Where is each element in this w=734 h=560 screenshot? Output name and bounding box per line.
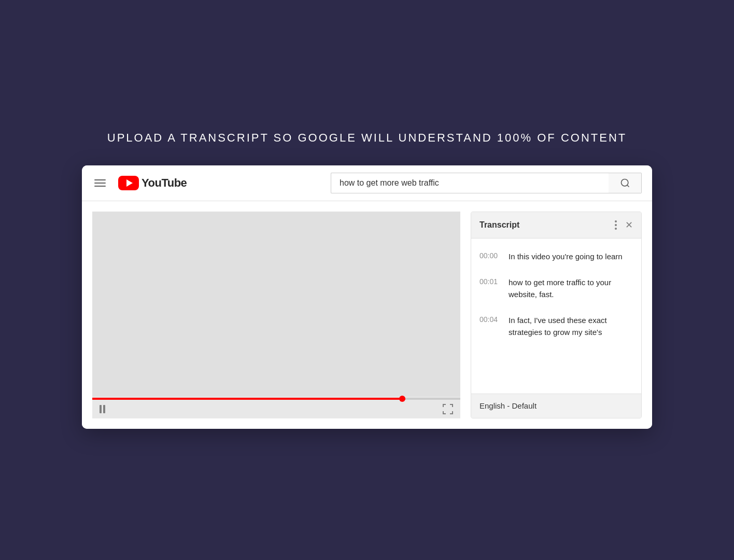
transcript-header-actions: ✕ [613,219,633,231]
transcript-time-2: 00:01 [479,277,500,286]
pause-bar-right [103,405,105,413]
transcript-panel: Transcript ✕ 00:00 In this video you're … [471,212,642,418]
dot-2 [615,224,617,226]
three-dots-menu[interactable] [613,219,619,231]
transcript-text-2: how to get more traffic to your website,… [509,277,633,300]
svg-point-0 [621,179,628,186]
page-headline: UPLOAD A TRANSCRIPT SO GOOGLE WILL UNDER… [107,131,627,145]
hamburger-menu[interactable] [92,177,108,189]
video-player-container [92,212,460,418]
search-button[interactable] [609,173,642,193]
search-container [331,173,642,193]
fs-corner-tl [443,404,446,407]
youtube-logo-icon [118,176,139,190]
video-progress-bar[interactable] [92,398,460,400]
pause-bar-left [100,405,102,413]
transcript-time-1: 00:00 [479,251,500,260]
fs-corner-tr [450,404,453,407]
dot-1 [615,220,617,222]
transcript-entry-2: 00:01 how to get more traffic to your we… [471,270,641,307]
close-button[interactable]: ✕ [625,220,633,230]
dot-3 [615,228,617,230]
video-progress-fill [92,398,405,400]
video-controls [92,400,460,418]
transcript-header: Transcript ✕ [471,212,641,239]
youtube-logo-text: YouTube [142,176,187,190]
video-progress-dot [399,396,405,402]
transcript-language-text: English - Default [479,401,537,410]
transcript-entry-1: 00:00 In this video you're going to lear… [471,244,641,270]
transcript-time-3: 00:04 [479,315,500,324]
transcript-language[interactable]: English - Default [471,394,641,418]
youtube-header: YouTube [82,165,652,201]
browser-window: YouTube [82,165,652,429]
outer-container: UPLOAD A TRANSCRIPT SO GOOGLE WILL UNDER… [40,131,694,429]
transcript-text-1: In this video you're going to learn [509,251,623,263]
svg-line-1 [627,185,629,187]
transcript-entry-3: 00:04 In fact, I've used these exact str… [471,307,641,345]
transcript-text-3: In fact, I've used these exact strategie… [509,315,633,338]
youtube-logo: YouTube [118,176,187,190]
search-input[interactable] [331,173,609,193]
fs-corner-bl [443,411,446,414]
fullscreen-button[interactable] [443,404,453,414]
fs-corner-br [450,411,453,414]
video-screen [92,212,460,397]
transcript-entries: 00:00 In this video you're going to lear… [471,239,641,394]
search-icon [620,178,630,188]
main-content: Transcript ✕ 00:00 In this video you're … [82,201,652,429]
pause-button[interactable] [100,405,105,413]
transcript-title: Transcript [479,220,519,230]
video-player [92,212,460,418]
